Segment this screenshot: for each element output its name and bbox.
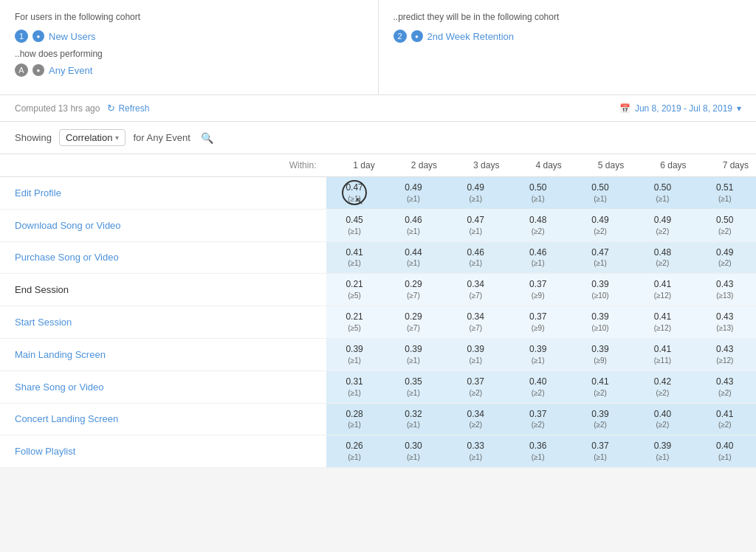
cell-sub-value: (≥2)	[701, 420, 749, 430]
data-cell[interactable]: 0.29(≥7)	[382, 274, 444, 306]
data-cell[interactable]: 0.41(≥12)	[631, 306, 693, 339]
cell-main-value: 0.30	[390, 440, 437, 452]
data-cell[interactable]: 0.37(≥2)	[506, 403, 568, 435]
event-name-link[interactable]: Edit Profile	[15, 187, 61, 199]
data-cell[interactable]: 0.43(≥13)	[694, 306, 756, 339]
data-cell[interactable]: 0.50(≥1)	[506, 177, 568, 210]
data-cell[interactable]: 0.34(≥7)	[444, 306, 506, 339]
cell-sub-value: (≥2)	[452, 388, 499, 399]
data-cell[interactable]: 0.26(≥1)	[326, 435, 382, 468]
data-cell[interactable]: 0.32(≥1)	[382, 403, 444, 435]
data-cell[interactable]: 0.39(≥2)	[569, 403, 631, 435]
new-users-link[interactable]: New Users	[49, 31, 96, 42]
data-cell[interactable]: 0.34(≥7)	[444, 274, 506, 306]
data-cell[interactable]: 0.43(≥12)	[694, 338, 756, 370]
cell-main-value: 0.37	[514, 311, 561, 323]
table-row: Edit Profile0.47(≥1)↖0.49(≥1)0.49(≥1)0.5…	[0, 177, 756, 210]
cell-main-value: 0.41	[701, 408, 749, 421]
data-cell[interactable]: 0.30(≥1)	[382, 435, 444, 468]
data-cell[interactable]: 0.45(≥1)	[326, 209, 382, 241]
data-cell[interactable]: 0.47(≥1)	[569, 241, 631, 274]
data-cell[interactable]: 0.43(≥13)	[694, 274, 756, 306]
data-cell[interactable]: 0.41(≥11)	[631, 338, 693, 370]
data-cell[interactable]: 0.50(≥1)	[631, 177, 693, 210]
data-cell[interactable]: 0.40(≥2)	[631, 403, 693, 435]
data-cell[interactable]: 0.41(≥2)	[569, 370, 631, 403]
data-cell[interactable]: 0.46(≥1)	[506, 241, 568, 274]
data-cell[interactable]: 0.48(≥2)	[506, 209, 568, 241]
data-cell[interactable]: 0.46(≥1)	[382, 209, 444, 241]
data-cell[interactable]: 0.33(≥1)	[444, 435, 506, 468]
refresh-button[interactable]: ↻ Refresh	[107, 103, 149, 114]
data-cell[interactable]: 0.34(≥2)	[444, 403, 506, 435]
data-cell[interactable]: 0.41(≥2)	[694, 403, 756, 435]
data-cell[interactable]: 0.39(≥10)	[569, 274, 631, 306]
data-cell[interactable]: 0.49(≥2)	[694, 241, 756, 274]
data-cell[interactable]: 0.49(≥2)	[569, 209, 631, 241]
any-event-link[interactable]: Any Event	[49, 65, 92, 76]
event-name-link[interactable]: Start Session	[15, 317, 72, 328]
data-cell[interactable]: 0.47(≥1)↖	[326, 177, 382, 210]
date-range-area[interactable]: 📅 Jun 8, 2019 - Jul 8, 2019 ▾	[619, 103, 741, 114]
cell-sub-value: (≥10)	[577, 323, 624, 334]
table-row: Main Landing Screen0.39(≥1)0.39(≥1)0.39(…	[0, 338, 756, 370]
cell-main-value: 0.39	[334, 343, 374, 356]
data-cell[interactable]: 0.35(≥1)	[382, 370, 444, 403]
data-cell[interactable]: 0.49(≥1)	[444, 177, 506, 210]
data-cell[interactable]: 0.37(≥2)	[444, 370, 506, 403]
data-cell[interactable]: 0.40(≥1)	[694, 435, 756, 468]
event-name-link[interactable]: Download Song or Video	[15, 220, 121, 231]
data-cell[interactable]: 0.42(≥2)	[631, 370, 693, 403]
data-cell[interactable]: 0.51(≥1)	[694, 177, 756, 210]
cell-sub-value: (≥1)	[514, 258, 561, 269]
data-cell[interactable]: 0.39(≥1)	[382, 338, 444, 370]
data-cell[interactable]: 0.46(≥1)	[444, 241, 506, 274]
data-cell[interactable]: 0.40(≥2)	[506, 370, 568, 403]
data-cell[interactable]: 0.21(≥5)	[326, 306, 382, 339]
data-cell[interactable]: 0.48(≥2)	[631, 241, 693, 274]
data-cell[interactable]: 0.37(≥9)	[506, 306, 568, 339]
cell-sub-value: (≥9)	[514, 323, 561, 334]
data-cell[interactable]: 0.39(≥10)	[569, 306, 631, 339]
event-name-link[interactable]: Share Song or Video	[15, 382, 103, 393]
data-cell[interactable]: 0.50(≥1)	[569, 177, 631, 210]
cell-sub-value: (≥1)	[514, 194, 561, 204]
data-cell[interactable]: 0.39(≥1)	[506, 338, 568, 370]
cell-main-value: 0.49	[639, 214, 686, 227]
data-cell[interactable]: 0.39(≥9)	[569, 338, 631, 370]
cell-main-value: 0.43	[701, 376, 749, 388]
event-name-link[interactable]: Follow Playlist	[15, 446, 75, 457]
data-cell[interactable]: 0.39(≥1)	[326, 338, 382, 370]
data-cell[interactable]: 0.41(≥12)	[631, 274, 693, 306]
data-cell[interactable]: 0.50(≥2)	[694, 209, 756, 241]
event-name-cell: Main Landing Screen	[0, 338, 258, 370]
data-cell[interactable]: 0.44(≥1)	[382, 241, 444, 274]
data-cell[interactable]: 0.49(≥1)	[382, 177, 444, 210]
correlation-dropdown[interactable]: Correlation ▾	[59, 129, 126, 146]
data-cell[interactable]: 0.47(≥1)	[444, 209, 506, 241]
data-cell[interactable]: 0.37(≥9)	[506, 274, 568, 306]
data-cell[interactable]: 0.39(≥1)	[444, 338, 506, 370]
data-cell[interactable]: 0.41(≥1)	[326, 241, 382, 274]
data-cell[interactable]: 0.31(≥1)	[326, 370, 382, 403]
data-cell[interactable]: 0.49(≥2)	[631, 209, 693, 241]
within-spacer	[258, 370, 326, 403]
data-cell[interactable]: 0.36(≥1)	[506, 435, 568, 468]
retention-link[interactable]: 2nd Week Retention	[427, 31, 515, 42]
correlation-table: Within: 1 day 2 days 3 days 4 days 5 day…	[0, 154, 756, 468]
cell-main-value: 0.40	[639, 408, 686, 421]
data-cell[interactable]: 0.43(≥2)	[694, 370, 756, 403]
search-icon[interactable]: 🔍	[198, 131, 216, 145]
event-name-link[interactable]: Concert Landing Screen	[15, 413, 118, 424]
cell-main-value: 0.41	[639, 343, 686, 356]
data-cell[interactable]: 0.39(≥1)	[631, 435, 693, 468]
data-cell[interactable]: 0.37(≥1)	[569, 435, 631, 468]
for-any-event-label: for Any Event	[133, 132, 190, 143]
event-name-link[interactable]: Main Landing Screen	[15, 349, 106, 360]
data-cell[interactable]: 0.28(≥1)	[326, 403, 382, 435]
event-name-link[interactable]: Purchase Song or Video	[15, 252, 119, 263]
data-cell[interactable]: 0.21(≥5)	[326, 274, 382, 306]
cell-main-value: 0.41	[334, 246, 374, 259]
data-cell[interactable]: 0.29(≥7)	[382, 306, 444, 339]
cell-sub-value: (≥7)	[390, 323, 437, 334]
